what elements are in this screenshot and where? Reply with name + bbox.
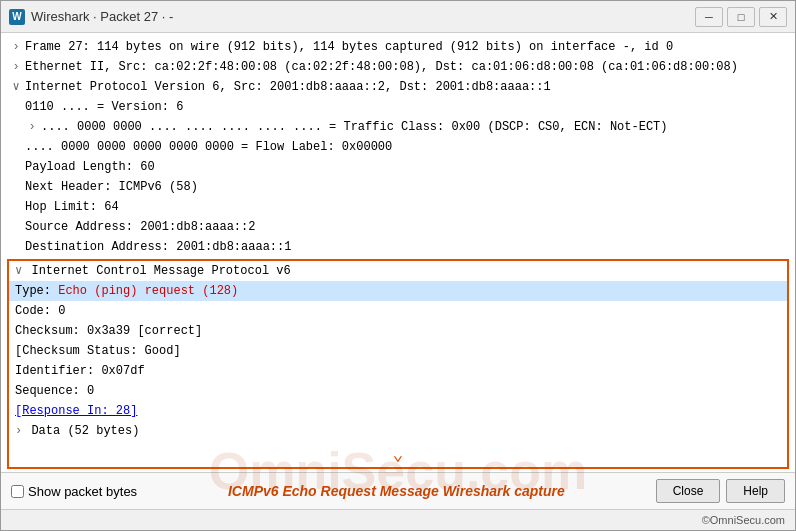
packet-text: Destination Address: 2001:db8:aaaa::1 xyxy=(25,238,291,256)
minimize-button[interactable]: ─ xyxy=(695,7,723,27)
list-item[interactable]: › Frame 27: 114 bytes on wire (912 bits)… xyxy=(1,37,795,57)
icmp-section: ∨ Internet Control Message Protocol v6 T… xyxy=(7,259,789,469)
chevron-right-icon: › xyxy=(15,424,22,438)
content-area: › Frame 27: 114 bytes on wire (912 bits)… xyxy=(1,33,795,472)
window-title: Wireshark · Packet 27 · - xyxy=(31,9,173,24)
chevron-down-icon: ∨ xyxy=(15,264,22,278)
show-bytes-checkbox-area[interactable]: Show packet bytes xyxy=(11,484,137,499)
list-item[interactable]: 0110 .... = Version: 6 xyxy=(1,97,795,117)
list-item[interactable]: Checksum: 0x3a39 [correct] xyxy=(9,321,787,341)
copyright-text: ©OmniSecu.com xyxy=(702,514,785,526)
chevron-right-icon: › xyxy=(25,118,39,136)
list-item[interactable]: Sequence: 0 xyxy=(9,381,787,401)
echo-request-label: Echo (ping) request (128) xyxy=(58,284,238,298)
icmp-code-text: Code: 0 xyxy=(15,304,65,318)
packet-text: Internet Protocol Version 6, Src: 2001:d… xyxy=(25,78,551,96)
packet-text: Ethernet II, Src: ca:02:2f:48:00:08 (ca:… xyxy=(25,58,738,76)
title-bar-left: W Wireshark · Packet 27 · - xyxy=(9,9,173,25)
list-item[interactable]: [Response In: 28] xyxy=(9,401,787,421)
packet-text: .... 0000 0000 0000 0000 0000 = Flow Lab… xyxy=(25,138,392,156)
packet-text: Payload Length: 60 xyxy=(25,158,155,176)
chevron-right-icon: › xyxy=(9,38,23,56)
icmp-type-text: Type: Echo (ping) request (128) xyxy=(15,284,238,298)
list-item[interactable]: Identifier: 0x07df xyxy=(9,361,787,381)
close-window-button[interactable]: ✕ xyxy=(759,7,787,27)
list-item[interactable]: ∨ Internet Protocol Version 6, Src: 2001… xyxy=(1,77,795,97)
copyright-bar: ©OmniSecu.com xyxy=(1,509,795,530)
list-item[interactable]: Type: Echo (ping) request (128) xyxy=(9,281,787,301)
window-controls: ─ □ ✕ xyxy=(695,7,787,27)
list-item[interactable]: ∨ Internet Control Message Protocol v6 xyxy=(9,261,787,281)
bottom-bar: Show packet bytes ICMPv6 Echo Request Me… xyxy=(1,472,795,509)
list-item[interactable]: Destination Address: 2001:db8:aaaa::1 xyxy=(1,237,795,257)
help-button[interactable]: Help xyxy=(726,479,785,503)
main-window: W Wireshark · Packet 27 · - ─ □ ✕ › Fram… xyxy=(0,0,796,531)
icmp-sequence-text: Sequence: 0 xyxy=(15,384,94,398)
list-item[interactable]: › .... 0000 0000 .... .... .... .... ...… xyxy=(1,117,795,137)
packet-text: Next Header: ICMPv6 (58) xyxy=(25,178,198,196)
section-arrow: ⌄ xyxy=(9,441,787,467)
packet-text: 0110 .... = Version: 6 xyxy=(25,98,183,116)
icmp-data-text: Data (52 bytes) xyxy=(31,424,139,438)
footer-buttons: Close Help xyxy=(656,479,785,503)
show-bytes-label: Show packet bytes xyxy=(28,484,137,499)
packet-text: Hop Limit: 64 xyxy=(25,198,119,216)
packet-text: Frame 27: 114 bytes on wire (912 bits), … xyxy=(25,38,673,56)
title-bar: W Wireshark · Packet 27 · - ─ □ ✕ xyxy=(1,1,795,33)
response-in-link[interactable]: [Response In: 28] xyxy=(15,404,137,418)
list-item[interactable]: [Checksum Status: Good] xyxy=(9,341,787,361)
caption-text: ICMPv6 Echo Request Message Wireshark ca… xyxy=(145,483,648,499)
chevron-down-icon: ∨ xyxy=(9,78,23,96)
list-item[interactable]: Next Header: ICMPv6 (58) xyxy=(1,177,795,197)
close-button[interactable]: Close xyxy=(656,479,721,503)
list-item[interactable]: .... 0000 0000 0000 0000 0000 = Flow Lab… xyxy=(1,137,795,157)
list-item[interactable]: Source Address: 2001:db8:aaaa::2 xyxy=(1,217,795,237)
list-item[interactable]: Code: 0 xyxy=(9,301,787,321)
packet-list[interactable]: › Frame 27: 114 bytes on wire (912 bits)… xyxy=(1,33,795,472)
icmp-header-text: Internet Control Message Protocol v6 xyxy=(31,264,290,278)
packet-text: .... 0000 0000 .... .... .... .... .... … xyxy=(41,118,668,136)
packet-text: Source Address: 2001:db8:aaaa::2 xyxy=(25,218,255,236)
icmp-checksum-text: Checksum: 0x3a39 [correct] xyxy=(15,324,202,338)
list-item[interactable]: Payload Length: 60 xyxy=(1,157,795,177)
icmp-identifier-text: Identifier: 0x07df xyxy=(15,364,145,378)
app-icon: W xyxy=(9,9,25,25)
icmp-checksum-status-text: [Checksum Status: Good] xyxy=(15,344,181,358)
list-item[interactable]: Hop Limit: 64 xyxy=(1,197,795,217)
maximize-button[interactable]: □ xyxy=(727,7,755,27)
list-item[interactable]: › Ethernet II, Src: ca:02:2f:48:00:08 (c… xyxy=(1,57,795,77)
chevron-right-icon: › xyxy=(9,58,23,76)
list-item[interactable]: › Data (52 bytes) xyxy=(9,421,787,441)
show-bytes-checkbox[interactable] xyxy=(11,485,24,498)
